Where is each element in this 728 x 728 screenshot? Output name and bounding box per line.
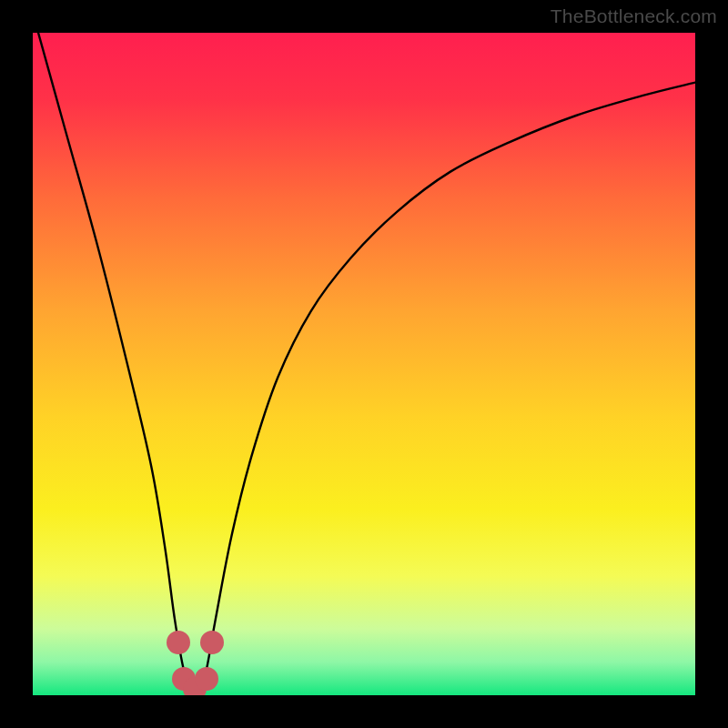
optimum-marker <box>195 667 218 691</box>
svg-rect-0 <box>33 33 695 695</box>
plot-area <box>33 33 695 695</box>
watermark-text: TheBottleneck.com <box>551 5 717 27</box>
optimum-marker <box>167 631 190 654</box>
chart-frame: TheBottleneck.com <box>0 0 728 728</box>
background-gradient <box>33 33 695 695</box>
optimum-marker <box>200 631 224 654</box>
